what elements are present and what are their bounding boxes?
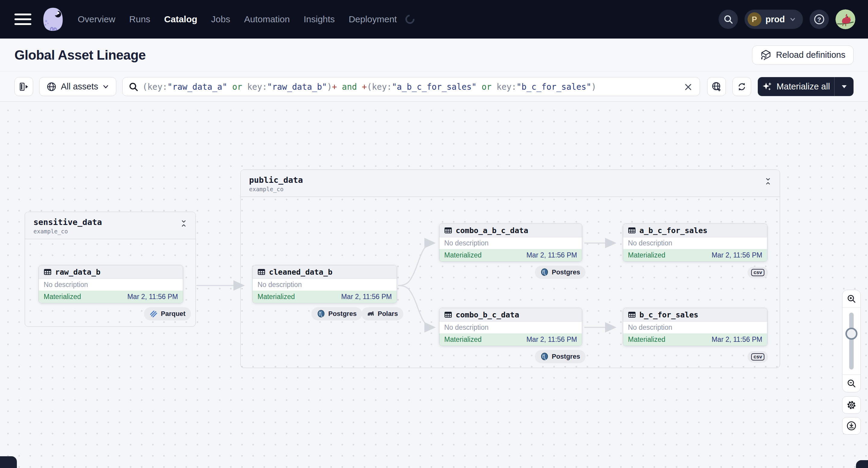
materialize-options-button[interactable] [834, 77, 854, 96]
polars-icon [367, 310, 375, 318]
postgres-icon [317, 310, 325, 318]
kind-tag-polars[interactable]: Polars [362, 307, 403, 320]
asset-node-b_c_for_sales[interactable]: b_c_for_sales No description Materialize… [623, 308, 767, 346]
kind-tag-parquet[interactable]: Parquet [144, 307, 191, 320]
gear-icon [846, 400, 857, 410]
asset-description: No description [439, 237, 582, 249]
status-badge: Materialized [444, 251, 482, 259]
asset-name: cleaned_data_b [269, 268, 333, 277]
asset-status-row: Materialized Mar 2, 11:56 PM [39, 291, 183, 303]
asset-name: combo_b_c_data [456, 311, 519, 319]
kind-tag-postgres[interactable]: Postgres [311, 307, 362, 320]
zoom-slider-knob[interactable] [845, 327, 858, 340]
global-graph-button[interactable] [707, 77, 726, 96]
csv-icon: csv [751, 269, 765, 276]
asset-node-combo_a_b_c_data[interactable]: combo_a_b_c_data No description Material… [439, 223, 582, 262]
top-nav: Overview Runs Catalog Jobs Automation In… [0, 0, 868, 38]
bottom-bar-corner [0, 456, 17, 468]
asset-scope-dropdown[interactable]: All assets [39, 77, 116, 96]
nav-item-runs[interactable]: Runs [129, 14, 150, 24]
materialize-all-split-button: Materialize all [758, 77, 854, 96]
help-button[interactable]: ? [810, 10, 829, 29]
lineage-toolbar: All assets (key:"raw_data_a" or key:"raw… [0, 72, 868, 101]
asset-status-row: Materialized Mar 2, 11:56 PM [439, 249, 582, 261]
user-avatar[interactable] [835, 9, 855, 29]
zoom-in-button[interactable] [842, 290, 861, 308]
kind-tag-label: Polars [378, 310, 398, 318]
svg-text:?: ? [817, 16, 821, 23]
group-repo-label: example_co [33, 228, 102, 235]
refresh-button[interactable] [733, 77, 751, 96]
environment-badge: P [747, 12, 762, 26]
search-query-text: (key:"raw_data_a" or key:"raw_data_b")+ … [143, 82, 596, 92]
sparkles-icon [762, 82, 772, 92]
kind-tag-csv[interactable]: csv [747, 267, 768, 278]
search-button[interactable] [719, 10, 738, 29]
zoom-slider-track[interactable] [849, 313, 854, 370]
materialization-timestamp: Mar 2, 11:56 PM [341, 293, 392, 301]
reload-definitions-button[interactable]: Reload definitions [752, 45, 854, 65]
kind-tag-csv[interactable]: csv [747, 351, 768, 363]
environment-switcher[interactable]: P prod [745, 10, 803, 29]
status-badge: Materialized [257, 293, 295, 301]
reload-cube-icon [760, 50, 772, 61]
kind-tag-postgres[interactable]: Postgres [535, 350, 586, 363]
asset-description: No description [39, 279, 183, 291]
table-icon [444, 226, 452, 234]
asset-search-input[interactable]: (key:"raw_data_a" or key:"raw_data_b")+ … [122, 77, 700, 96]
asset-node-cleaned_data_b[interactable]: cleaned_data_b No description Materializ… [252, 265, 397, 303]
nav-item-jobs[interactable]: Jobs [211, 14, 230, 24]
asset-node-header: b_c_for_sales [623, 308, 767, 322]
bottom-bar-corner [856, 460, 868, 468]
clear-search-icon[interactable] [683, 82, 693, 92]
search-icon [723, 14, 733, 24]
materialization-timestamp: Mar 2, 11:56 PM [526, 251, 577, 259]
collapse-group-icon[interactable] [764, 175, 772, 186]
graph-settings-button[interactable] [842, 396, 861, 414]
asset-node-header: raw_data_b [39, 265, 183, 279]
asset-status-row: Materialized Mar 2, 11:56 PM [439, 333, 582, 346]
nav-item-automation[interactable]: Automation [244, 14, 290, 24]
asset-name: combo_a_b_c_data [456, 226, 528, 235]
group-header[interactable]: public_data example_co [241, 170, 780, 197]
zoom-out-icon [847, 379, 856, 388]
asset-name: a_b_c_for_sales [640, 226, 708, 235]
reload-definitions-label: Reload definitions [776, 50, 845, 60]
status-badge: Materialized [628, 336, 665, 344]
asset-status-row: Materialized Mar 2, 11:56 PM [623, 249, 767, 261]
environment-name: prod [766, 14, 785, 24]
materialize-all-label: Materialize all [776, 82, 830, 92]
asset-node-a_b_c_for_sales[interactable]: a_b_c_for_sales No description Materiali… [623, 223, 767, 262]
dagster-logo-icon[interactable] [39, 5, 67, 33]
zoom-slider[interactable] [842, 308, 861, 374]
kind-tag-postgres[interactable]: Postgres [535, 266, 586, 279]
table-icon [44, 268, 52, 276]
parquet-icon [149, 310, 158, 318]
nav-item-overview[interactable]: Overview [78, 14, 115, 24]
asset-description: No description [439, 322, 582, 333]
zoom-in-icon [847, 294, 856, 304]
table-icon [257, 268, 265, 276]
zoom-out-button[interactable] [842, 375, 861, 392]
materialization-timestamp: Mar 2, 11:56 PM [127, 293, 178, 301]
open-panel-button[interactable] [14, 77, 33, 96]
materialize-all-button[interactable]: Materialize all [758, 77, 834, 96]
asset-node-raw_data_b[interactable]: raw_data_b No description Materialized M… [38, 265, 183, 303]
kind-tag-label: Postgres [552, 353, 580, 361]
download-image-button[interactable] [842, 417, 861, 435]
collapse-group-icon[interactable] [180, 217, 188, 228]
lineage-canvas[interactable]: sensitive_data example_co public_data ex… [0, 101, 868, 468]
page-title: Global Asset Lineage [14, 48, 146, 63]
question-mark-icon: ? [813, 13, 825, 25]
hamburger-menu-icon[interactable] [14, 13, 31, 25]
asset-name: b_c_for_sales [640, 311, 699, 319]
kind-tag-label: Parquet [161, 310, 186, 318]
page-header: Global Asset Lineage Reload definitions [0, 38, 868, 72]
nav-item-insights[interactable]: Insights [304, 14, 335, 24]
asset-node-combo_b_c_data[interactable]: combo_b_c_data No description Materializ… [439, 308, 582, 346]
nav-item-deployment[interactable]: Deployment [349, 14, 397, 24]
asset-node-header: combo_b_c_data [439, 308, 582, 322]
chevron-down-icon [789, 15, 796, 23]
group-header[interactable]: sensitive_data example_co [25, 212, 195, 239]
nav-item-catalog[interactable]: Catalog [164, 14, 197, 24]
